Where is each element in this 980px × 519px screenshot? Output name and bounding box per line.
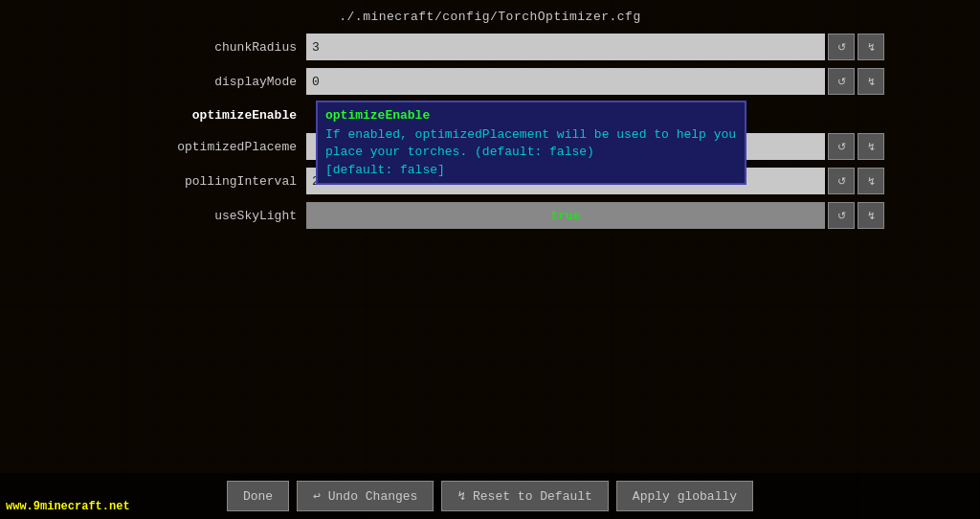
input-chunkRadius[interactable] [306,34,825,60]
info-btn-pollingInterval[interactable]: ↯ [858,168,884,194]
config-row-chunkRadius: chunkRadius ↺ ↯ [96,32,884,62]
label-optimizedPlacement: optimizedPlaceme [96,140,306,154]
tooltip-default: [default: false] [325,163,737,177]
config-row-optimizeEnable: optimizeEnable optimizeEnable If enabled… [96,101,884,127]
info-btn-chunkRadius[interactable]: ↯ [858,34,884,60]
window-title: ./.minecraft/config/TorchOptimizer.cfg [0,0,980,32]
reset-btn-useSkyLight[interactable]: ↺ [828,202,855,229]
label-optimizeEnable: optimizeEnable [96,106,306,123]
tooltip-body: If enabled, optimizedPlacement will be u… [325,126,737,161]
tooltip-title: optimizeEnable [325,108,737,123]
reset-btn-chunkRadius[interactable]: ↺ [828,34,855,60]
apply-globally-button[interactable]: Apply globally [616,481,753,511]
watermark: www.9minecraft.net [6,500,130,513]
config-row-useSkyLight: useSkyLight true ↺ ↯ [96,200,884,231]
label-useSkyLight: useSkyLight [96,209,306,223]
label-chunkRadius: chunkRadius [96,40,306,55]
label-displayMode: displayMode [96,75,306,89]
tooltip-popup: optimizeEnable If enabled, optimizedPlac… [316,101,746,185]
toggle-useSkyLight[interactable]: true [306,202,825,229]
reset-btn-pollingInterval[interactable]: ↺ [828,168,855,194]
info-btn-displayMode[interactable]: ↯ [858,68,884,95]
label-pollingInterval: pollingInterval [96,174,306,189]
info-btn-useSkyLight[interactable]: ↯ [858,202,884,229]
config-row-displayMode: displayMode ↺ ↯ [96,66,884,97]
info-btn-optimizedPlacement[interactable]: ↯ [858,133,884,160]
bottom-bar: Done ↩ Undo Changes ↯ Reset to Default A… [0,473,980,519]
config-area: chunkRadius ↺ ↯ displayMode ↺ ↯ optimize… [0,32,980,231]
reset-btn-displayMode[interactable]: ↺ [828,68,855,95]
done-button[interactable]: Done [227,481,289,511]
reset-btn-optimizedPlacement[interactable]: ↺ [828,133,855,160]
undo-button[interactable]: ↩ Undo Changes [297,481,434,511]
reset-default-button[interactable]: ↯ Reset to Default [441,481,608,511]
input-displayMode[interactable] [306,68,825,95]
